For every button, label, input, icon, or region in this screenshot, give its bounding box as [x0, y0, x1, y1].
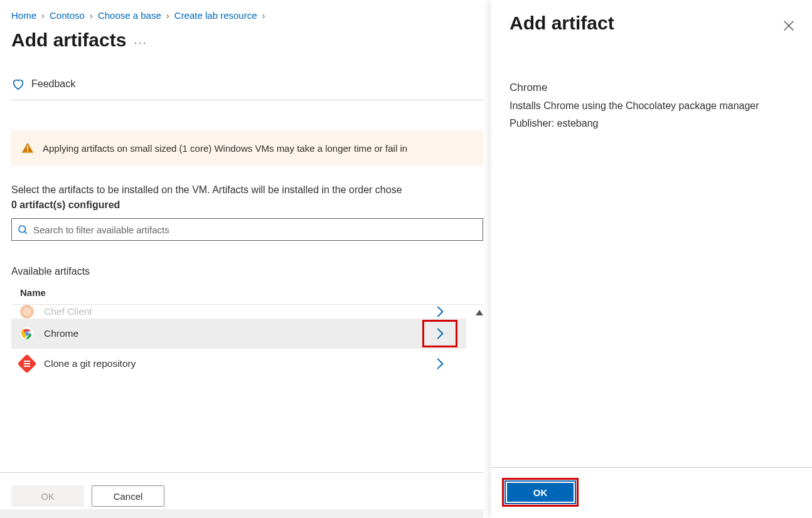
configured-count: 0 artifact(s) configured — [11, 199, 483, 211]
svg-rect-1 — [27, 151, 28, 152]
add-artifact-panel: Add artifact Chrome Installs Chrome usin… — [491, 0, 812, 518]
artifact-label: Clone a git repository — [44, 358, 412, 369]
ok-button: OK — [11, 485, 84, 507]
artifact-label: Chrome — [44, 328, 412, 339]
column-header-name[interactable]: Name — [11, 287, 483, 305]
chrome-icon — [20, 327, 34, 341]
search-input-wrapper[interactable] — [11, 218, 483, 241]
svg-rect-0 — [27, 146, 28, 150]
svg-point-7 — [26, 332, 29, 336]
panel-title: Add artifact — [510, 13, 614, 34]
available-artifacts-label: Available artifacts — [11, 266, 483, 277]
instructions-text: Select the artifacts to be installed on … — [11, 184, 483, 196]
cancel-button[interactable]: Cancel — [92, 485, 164, 507]
chevron-right-icon: › — [41, 10, 45, 21]
warning-icon — [21, 142, 34, 154]
breadcrumb-link-create-lab[interactable]: Create lab resource — [174, 10, 257, 21]
search-input[interactable] — [33, 225, 478, 235]
chef-icon — [20, 305, 34, 319]
artifact-publisher: Publisher: estebang — [510, 118, 796, 129]
ok-highlight-box: OK — [502, 478, 579, 507]
breadcrumb-link-choose-base[interactable]: Choose a base — [98, 10, 161, 21]
artifact-name: Chrome — [510, 82, 796, 94]
artifact-row[interactable]: Clone a git repository — [11, 349, 466, 379]
heart-icon — [11, 77, 25, 91]
scroll-up-icon[interactable] — [476, 310, 483, 315]
breadcrumb: Home › Contoso › Choose a base › Create … — [11, 10, 483, 21]
artifact-description: Installs Chrome using the Chocolatey pac… — [510, 100, 796, 112]
artifact-row[interactable]: Chrome — [11, 319, 466, 349]
open-artifact-button[interactable] — [422, 320, 457, 347]
breadcrumb-link-contoso[interactable]: Contoso — [50, 10, 85, 21]
artifact-row[interactable]: Chef Client — [11, 305, 466, 319]
feedback-label: Feedback — [31, 78, 75, 90]
bottom-shadow — [0, 509, 483, 518]
divider — [11, 100, 483, 100]
more-actions-button[interactable]: ··· — [134, 31, 147, 50]
open-artifact-button[interactable] — [422, 350, 457, 378]
git-icon — [20, 357, 34, 371]
panel-ok-button[interactable]: OK — [506, 482, 575, 503]
chevron-right-icon: › — [262, 10, 265, 21]
chevron-right-icon: › — [166, 10, 169, 21]
footer-bar: OK Cancel — [0, 472, 483, 507]
warning-text: Applying artifacts on small sized (1 cor… — [43, 143, 407, 154]
chevron-right-icon: › — [90, 10, 93, 21]
breadcrumb-link-home[interactable]: Home — [11, 10, 36, 21]
artifact-list: Chef ClientChromeClone a git repository — [11, 305, 483, 386]
svg-point-2 — [19, 226, 26, 233]
svg-line-3 — [24, 231, 27, 234]
page-title: Add artifacts — [11, 29, 126, 51]
close-icon[interactable] — [782, 19, 796, 33]
search-icon — [17, 224, 28, 235]
open-artifact-button[interactable] — [422, 305, 457, 319]
feedback-button[interactable]: Feedback — [11, 77, 483, 100]
artifact-label: Chef Client — [44, 306, 412, 317]
warning-banner: Applying artifacts on small sized (1 cor… — [11, 130, 483, 166]
